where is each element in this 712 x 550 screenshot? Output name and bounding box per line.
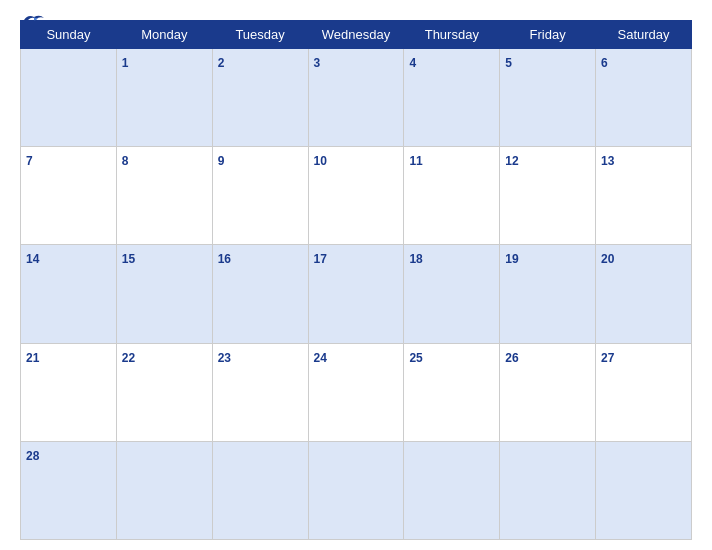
calendar-week-row: 28 — [21, 441, 692, 539]
calendar-cell: 13 — [596, 147, 692, 245]
weekday-header-thursday: Thursday — [404, 21, 500, 49]
logo-bird-icon — [22, 12, 46, 28]
calendar-cell: 10 — [308, 147, 404, 245]
day-number: 16 — [218, 252, 231, 266]
calendar-cell — [596, 441, 692, 539]
calendar-cell: 28 — [21, 441, 117, 539]
calendar-cell: 3 — [308, 49, 404, 147]
calendar-cell: 1 — [116, 49, 212, 147]
weekday-header-saturday: Saturday — [596, 21, 692, 49]
calendar-cell: 9 — [212, 147, 308, 245]
weekday-header-monday: Monday — [116, 21, 212, 49]
day-number: 13 — [601, 154, 614, 168]
day-number: 10 — [314, 154, 327, 168]
day-number: 6 — [601, 56, 608, 70]
calendar-cell: 24 — [308, 343, 404, 441]
day-number: 5 — [505, 56, 512, 70]
day-number: 28 — [26, 449, 39, 463]
calendar-week-row: 21222324252627 — [21, 343, 692, 441]
day-number: 1 — [122, 56, 129, 70]
calendar-cell: 27 — [596, 343, 692, 441]
calendar-cell: 15 — [116, 245, 212, 343]
logo — [20, 12, 46, 28]
calendar-week-row: 78910111213 — [21, 147, 692, 245]
day-number: 9 — [218, 154, 225, 168]
calendar-cell: 21 — [21, 343, 117, 441]
calendar-week-row: 14151617181920 — [21, 245, 692, 343]
calendar-cell: 20 — [596, 245, 692, 343]
day-number: 25 — [409, 351, 422, 365]
calendar-week-row: 123456 — [21, 49, 692, 147]
calendar-cell: 25 — [404, 343, 500, 441]
calendar-cell: 8 — [116, 147, 212, 245]
calendar-header — [20, 10, 692, 14]
day-number: 2 — [218, 56, 225, 70]
calendar-cell: 6 — [596, 49, 692, 147]
calendar-table: SundayMondayTuesdayWednesdayThursdayFrid… — [20, 20, 692, 540]
day-number: 20 — [601, 252, 614, 266]
calendar-cell: 22 — [116, 343, 212, 441]
day-number: 27 — [601, 351, 614, 365]
calendar-cell — [212, 441, 308, 539]
calendar-cell: 26 — [500, 343, 596, 441]
day-number: 24 — [314, 351, 327, 365]
calendar-cell — [404, 441, 500, 539]
day-number: 12 — [505, 154, 518, 168]
calendar-cell — [308, 441, 404, 539]
day-number: 21 — [26, 351, 39, 365]
day-number: 4 — [409, 56, 416, 70]
calendar-cell: 16 — [212, 245, 308, 343]
day-number: 17 — [314, 252, 327, 266]
weekday-header-tuesday: Tuesday — [212, 21, 308, 49]
day-number: 11 — [409, 154, 422, 168]
calendar-cell: 11 — [404, 147, 500, 245]
calendar-cell: 2 — [212, 49, 308, 147]
calendar-cell: 17 — [308, 245, 404, 343]
calendar-cell: 12 — [500, 147, 596, 245]
calendar-cell — [116, 441, 212, 539]
day-number: 23 — [218, 351, 231, 365]
calendar-cell: 19 — [500, 245, 596, 343]
weekday-header-wednesday: Wednesday — [308, 21, 404, 49]
calendar-cell: 4 — [404, 49, 500, 147]
calendar-cell: 23 — [212, 343, 308, 441]
day-number: 3 — [314, 56, 321, 70]
calendar-cell: 5 — [500, 49, 596, 147]
calendar-cell: 14 — [21, 245, 117, 343]
calendar-cell: 18 — [404, 245, 500, 343]
day-number: 26 — [505, 351, 518, 365]
day-number: 18 — [409, 252, 422, 266]
calendar-cell — [500, 441, 596, 539]
day-number: 15 — [122, 252, 135, 266]
day-number: 7 — [26, 154, 33, 168]
weekday-header-row: SundayMondayTuesdayWednesdayThursdayFrid… — [21, 21, 692, 49]
day-number: 14 — [26, 252, 39, 266]
day-number: 22 — [122, 351, 135, 365]
day-number: 19 — [505, 252, 518, 266]
calendar-cell — [21, 49, 117, 147]
day-number: 8 — [122, 154, 129, 168]
weekday-header-friday: Friday — [500, 21, 596, 49]
calendar-cell: 7 — [21, 147, 117, 245]
